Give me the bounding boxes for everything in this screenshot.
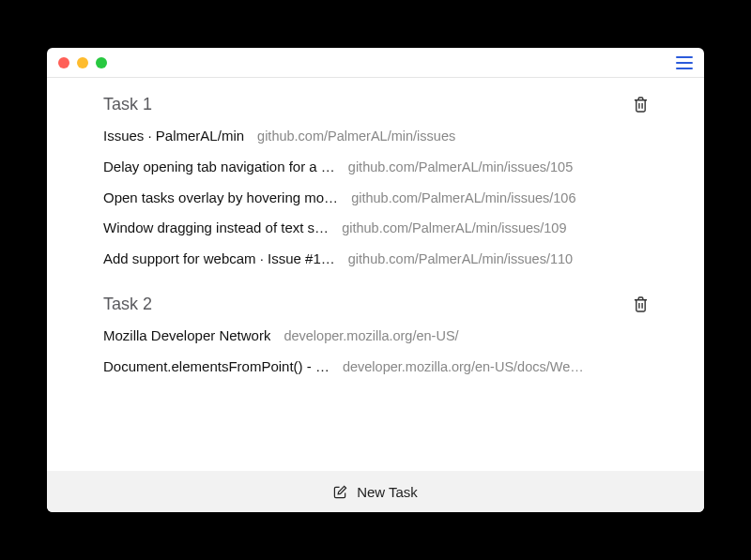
- window-maximize-button[interactable]: [96, 57, 107, 68]
- menu-icon[interactable]: [676, 56, 693, 69]
- tab-item[interactable]: Mozilla Developer Network developer.mozi…: [103, 325, 648, 347]
- tab-url: developer.mozilla.org/en-US/: [284, 326, 648, 347]
- trash-icon[interactable]: [634, 97, 648, 113]
- tab-title: Window dragging instead of text s…: [103, 218, 329, 239]
- window-minimize-button[interactable]: [77, 57, 88, 68]
- tab-title: Add support for webcam · Issue #1…: [103, 249, 335, 270]
- tab-item[interactable]: Document.elementsFromPoint() - … develop…: [103, 356, 648, 378]
- task-block: Task 1 Issues · PalmerAL/min github.com/…: [103, 95, 648, 270]
- window-close-button[interactable]: [58, 57, 69, 68]
- tab-title: Issues · PalmerAL/min: [103, 126, 244, 147]
- window-controls: [58, 57, 107, 68]
- tab-item[interactable]: Add support for webcam · Issue #1… githu…: [103, 249, 648, 270]
- task-list: Task 1 Issues · PalmerAL/min github.com/…: [47, 78, 704, 471]
- tab-item[interactable]: Open tasks overlay by hovering mo… githu…: [103, 188, 648, 209]
- tab-url: github.com/PalmerAL/min/issues: [257, 127, 648, 147]
- task-block: Task 2 Mozilla Developer Network develop…: [103, 295, 648, 378]
- task-title[interactable]: Task 1: [103, 95, 152, 114]
- tab-title: Open tasks overlay by hovering mo…: [103, 188, 338, 209]
- new-task-button[interactable]: New Task: [47, 471, 704, 512]
- tab-title: Mozilla Developer Network: [103, 325, 270, 347]
- tab-url: github.com/PalmerAL/min/issues/105: [348, 158, 648, 178]
- tab-url: developer.mozilla.org/en-US/docs/We…: [343, 357, 648, 378]
- trash-icon[interactable]: [634, 296, 648, 312]
- tab-url: github.com/PalmerAL/min/issues/109: [342, 219, 648, 239]
- tab-item[interactable]: Issues · PalmerAL/min github.com/PalmerA…: [103, 126, 648, 147]
- task-title[interactable]: Task 2: [103, 295, 152, 314]
- tab-item[interactable]: Delay opening tab navigation for a … git…: [103, 157, 648, 178]
- titlebar: [47, 48, 704, 78]
- new-task-label: New Task: [357, 484, 418, 500]
- tab-item[interactable]: Window dragging instead of text s… githu…: [103, 218, 648, 239]
- task-header: Task 1: [103, 95, 648, 114]
- tab-url: github.com/PalmerAL/min/issues/106: [351, 189, 648, 209]
- app-window: Task 1 Issues · PalmerAL/min github.com/…: [47, 48, 704, 512]
- tab-title: Delay opening tab navigation for a …: [103, 157, 335, 178]
- tab-url: github.com/PalmerAL/min/issues/110: [348, 250, 648, 270]
- tab-title: Document.elementsFromPoint() - …: [103, 356, 330, 378]
- task-header: Task 2: [103, 295, 648, 314]
- edit-icon: [333, 485, 347, 499]
